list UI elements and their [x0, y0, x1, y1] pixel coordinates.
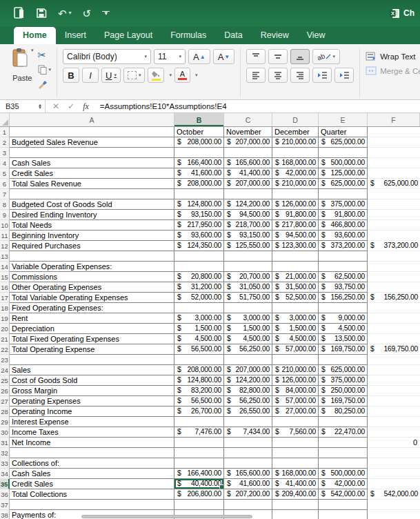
cell-F20[interactable]: [368, 324, 420, 334]
cell-B37[interactable]: [174, 500, 224, 510]
row-header-4[interactable]: 4: [0, 158, 10, 168]
cell-C36[interactable]: $207,200.00: [224, 489, 272, 500]
cell-B28[interactable]: $26,700.00: [174, 407, 224, 417]
cell-A23[interactable]: [10, 355, 174, 365]
align-right-button[interactable]: [290, 68, 310, 83]
cell-E8[interactable]: $375,000.00: [319, 199, 368, 210]
font-name-select[interactable]: Calibri (Body) ▾: [63, 49, 151, 64]
align-left-button[interactable]: [246, 68, 266, 83]
cell-B10[interactable]: $217,950.00: [174, 220, 224, 231]
cell-F37[interactable]: [368, 500, 420, 510]
cell-C1[interactable]: November: [224, 127, 272, 137]
cell-F36[interactable]: $542,000.00: [368, 489, 420, 500]
undo-button[interactable]: ↶▾: [58, 8, 72, 19]
row-header-9[interactable]: 9: [0, 210, 10, 220]
cell-B31[interactable]: [174, 438, 224, 448]
cell-C20[interactable]: $1,500.00: [224, 324, 272, 334]
cell-A33[interactable]: Collections of:: [10, 458, 174, 469]
row-header-6[interactable]: 6: [0, 179, 10, 189]
row-header-31[interactable]: 31: [0, 438, 10, 448]
cell-D36[interactable]: $209,400.00: [272, 489, 319, 500]
cell-D17[interactable]: $52,500.00: [272, 293, 319, 303]
row-header-1[interactable]: 1: [0, 127, 10, 137]
cell-A2[interactable]: Budgeted Sales Revenue: [10, 137, 174, 148]
cell-E4[interactable]: $500,000.00: [319, 158, 368, 168]
cell-B12[interactable]: $124,350.00: [174, 241, 224, 251]
cell-D12[interactable]: $123,300.00: [272, 241, 319, 251]
cell-B30[interactable]: $7,476.00: [174, 427, 224, 438]
cell-F21[interactable]: [368, 334, 420, 344]
cell-F13[interactable]: [368, 251, 420, 262]
cell-B14[interactable]: [174, 262, 224, 272]
cell-A31[interactable]: Net Income: [10, 438, 174, 448]
row-header-37[interactable]: 37: [0, 500, 10, 510]
cell-D14[interactable]: [272, 262, 319, 272]
cell-D23[interactable]: [272, 355, 319, 365]
col-header-F[interactable]: F: [368, 113, 420, 126]
cell-C10[interactable]: $218,700.00: [224, 220, 272, 231]
cell-B9[interactable]: $93,150.00: [174, 210, 224, 220]
cell-F26[interactable]: [368, 386, 420, 396]
cell-D22[interactable]: $57,000.00: [272, 344, 319, 355]
cell-C21[interactable]: $4,500.00: [224, 334, 272, 344]
cell-D27[interactable]: $57,000.00: [272, 396, 319, 407]
cell-A15[interactable]: Commissions: [10, 272, 174, 282]
cell-B2[interactable]: $208,000.00: [174, 137, 224, 148]
cell-F8[interactable]: [368, 199, 420, 210]
cell-E16[interactable]: $93,750.00: [319, 282, 368, 293]
cell-C33[interactable]: [224, 458, 272, 469]
cell-C29[interactable]: [224, 417, 272, 427]
col-header-C[interactable]: C: [224, 113, 272, 126]
col-header-A[interactable]: A: [10, 113, 174, 126]
cell-B15[interactable]: $20,800.00: [174, 272, 224, 282]
cell-A20[interactable]: Depreciation: [10, 324, 174, 334]
cell-A16[interactable]: Other Operating Expenses: [10, 282, 174, 293]
cell-D26[interactable]: $84,000.00: [272, 386, 319, 396]
cell-F25[interactable]: [368, 375, 420, 386]
row-header-16[interactable]: 16: [0, 282, 10, 293]
cell-D4[interactable]: $168,000.00: [272, 158, 319, 168]
cell-E5[interactable]: $125,000.00: [319, 168, 368, 179]
cell-A19[interactable]: Rent: [10, 313, 174, 324]
row-header-29[interactable]: 29: [0, 417, 10, 427]
cell-D24[interactable]: $210,000.00: [272, 365, 319, 375]
cell-E17[interactable]: $156,250.00: [319, 293, 368, 303]
cell-F16[interactable]: [368, 282, 420, 293]
cell-D38[interactable]: [272, 510, 319, 519]
cell-B22[interactable]: $56,500.00: [174, 344, 224, 355]
cell-C26[interactable]: $82,800.00: [224, 386, 272, 396]
cell-E12[interactable]: $373,200.00: [319, 241, 368, 251]
cell-F31[interactable]: 0: [368, 438, 420, 448]
cell-F18[interactable]: [368, 303, 420, 313]
cell-A14[interactable]: Variable Operating Expenses:: [10, 262, 174, 272]
cell-F9[interactable]: [368, 210, 420, 220]
cell-C37[interactable]: [224, 500, 272, 510]
row-header-28[interactable]: 28: [0, 407, 10, 417]
cell-D37[interactable]: [272, 500, 319, 510]
cell-B17[interactable]: $52,000.00: [174, 293, 224, 303]
cell-F2[interactable]: [368, 137, 420, 148]
row-header-32[interactable]: 32: [0, 448, 10, 458]
tab-formulas[interactable]: Formulas: [161, 27, 215, 44]
cell-F4[interactable]: [368, 158, 420, 168]
cell-B5[interactable]: $41,600.00: [174, 168, 224, 179]
cell-E37[interactable]: [319, 500, 368, 510]
row-header-25[interactable]: 25: [0, 375, 10, 386]
cell-A25[interactable]: Cost of Goods Sold: [10, 375, 174, 386]
cell-E26[interactable]: $250,000.00: [319, 386, 368, 396]
cell-E3[interactable]: [319, 148, 368, 158]
cell-E2[interactable]: $625,000.00: [319, 137, 368, 148]
cell-C31[interactable]: [224, 438, 272, 448]
cell-D29[interactable]: [272, 417, 319, 427]
cell-D11[interactable]: $94,500.00: [272, 231, 319, 241]
cell-D21[interactable]: $4,500.00: [272, 334, 319, 344]
row-header-17[interactable]: 17: [0, 293, 10, 303]
cell-F14[interactable]: [368, 262, 420, 272]
cell-A24[interactable]: Sales: [10, 365, 174, 375]
cell-C30[interactable]: $7,434.00: [224, 427, 272, 438]
cell-C34[interactable]: $165,600.00: [224, 469, 272, 479]
cell-E14[interactable]: [319, 262, 368, 272]
cell-B29[interactable]: [174, 417, 224, 427]
cell-B26[interactable]: $83,200.00: [174, 386, 224, 396]
decrease-font-button[interactable]: A▼: [213, 49, 235, 64]
